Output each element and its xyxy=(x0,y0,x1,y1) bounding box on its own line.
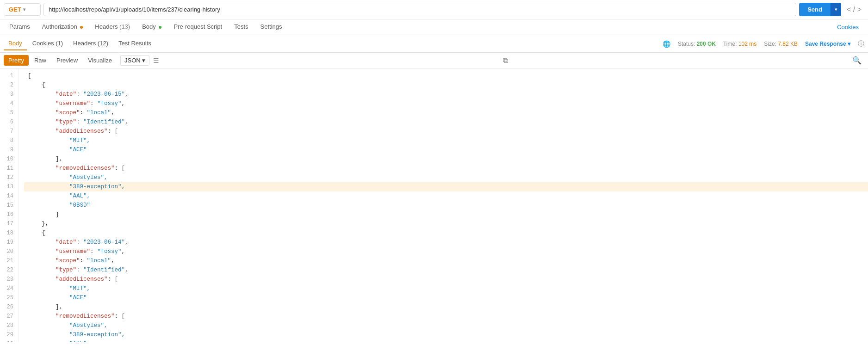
line-num-2: 2 xyxy=(0,80,18,90)
line-num-22: 22 xyxy=(0,265,18,275)
json-line-7: "addedLicenses": [ xyxy=(24,127,868,136)
url-bar: GET ▾ Send ▾ < / > xyxy=(0,0,868,19)
json-line-19: "date": "2023-06-14", xyxy=(24,238,868,247)
line-num-30: 30 xyxy=(0,339,18,342)
line-num-10: 10 xyxy=(0,154,18,164)
json-type-label: JSON xyxy=(124,57,141,64)
line-num-24: 24 xyxy=(0,284,18,293)
method-label: GET xyxy=(9,6,21,13)
response-tabs: Body Cookies (1) Headers (12) Test Resul… xyxy=(4,37,156,50)
tab-tests[interactable]: Tests xyxy=(229,19,254,35)
tab-params[interactable]: Params xyxy=(4,19,36,35)
tab-body[interactable]: Body xyxy=(136,19,167,35)
size-label: Size: 7.82 KB xyxy=(764,41,798,47)
size-value: 7.82 KB xyxy=(778,41,798,47)
json-line-11: "removedLicenses": [ xyxy=(24,164,868,173)
json-line-1: [ xyxy=(24,71,868,80)
line-num-29: 29 xyxy=(0,330,18,339)
resp-tab-body[interactable]: Body xyxy=(4,37,27,50)
tab-authorization[interactable]: Authorization xyxy=(37,19,89,35)
json-line-26: ], xyxy=(24,302,868,312)
resp-tab-headers[interactable]: Headers (12) xyxy=(68,37,113,50)
json-line-25: "ACE" xyxy=(24,293,868,302)
json-line-29: "389-exception", xyxy=(24,330,868,339)
line-num-23: 23 xyxy=(0,275,18,284)
method-select[interactable]: GET ▾ xyxy=(4,3,41,16)
line-num-26: 26 xyxy=(0,302,18,312)
status-code: 200 OK xyxy=(697,41,716,47)
line-num-12: 12 xyxy=(0,173,18,182)
json-line-10: ], xyxy=(24,154,868,164)
json-line-22: "type": "Identified", xyxy=(24,265,868,275)
line-numbers: 1234567891011121314151617181920212223242… xyxy=(0,68,19,342)
line-num-3: 3 xyxy=(0,90,18,99)
tab-headers[interactable]: Headers (13) xyxy=(89,19,136,35)
json-line-23: "addedLicenses": [ xyxy=(24,275,868,284)
json-line-6: "type": "Identified", xyxy=(24,117,868,127)
json-line-12: "Abstyles", xyxy=(24,173,868,182)
resp-tab-cookies[interactable]: Cookies (1) xyxy=(28,37,68,50)
json-line-27: "removedLicenses": [ xyxy=(24,312,868,321)
line-num-7: 7 xyxy=(0,127,18,136)
cookies-link[interactable]: Cookies xyxy=(831,20,864,34)
resp-tab-test-results[interactable]: Test Results xyxy=(114,37,156,50)
fmt-tab-pretty[interactable]: Pretty xyxy=(4,55,29,66)
line-num-4: 4 xyxy=(0,99,18,108)
line-num-25: 25 xyxy=(0,293,18,302)
json-content: [ { "date": "2023-06-15", "username": "f… xyxy=(19,68,868,342)
json-line-14: "AAL", xyxy=(24,191,868,201)
json-line-9: "ACE" xyxy=(24,145,868,154)
send-dropdown-button[interactable]: ▾ xyxy=(831,3,841,16)
tab-settings[interactable]: Settings xyxy=(255,19,288,35)
fmt-tab-preview[interactable]: Preview xyxy=(52,55,82,66)
response-header: Body Cookies (1) Headers (12) Test Resul… xyxy=(0,35,868,53)
info-icon[interactable]: ⓘ xyxy=(858,40,864,48)
globe-icon: 🌐 xyxy=(663,40,670,48)
line-num-8: 8 xyxy=(0,136,18,145)
tab-pre-request-script[interactable]: Pre-request Script xyxy=(168,19,228,35)
line-num-13: 13 xyxy=(0,182,18,191)
line-num-28: 28 xyxy=(0,321,18,330)
json-type-select[interactable]: JSON ▾ xyxy=(120,55,149,66)
method-chevron-icon: ▾ xyxy=(23,7,25,12)
line-num-21: 21 xyxy=(0,256,18,265)
json-line-20: "username": "fossy", xyxy=(24,247,868,256)
line-num-9: 9 xyxy=(0,145,18,154)
status-label: Status: 200 OK xyxy=(678,41,716,47)
json-line-28: "Abstyles", xyxy=(24,321,868,330)
save-response-button[interactable]: Save Response ▾ xyxy=(805,41,850,47)
line-num-17: 17 xyxy=(0,219,18,228)
json-line-8: "MIT", xyxy=(24,136,868,145)
json-line-24: "MIT", xyxy=(24,284,868,293)
json-type-chevron: ▾ xyxy=(142,57,145,64)
code-icon[interactable]: < / > xyxy=(844,4,864,16)
line-num-5: 5 xyxy=(0,108,18,117)
request-tabs: Params Authorization Headers (13) Body P… xyxy=(0,19,868,35)
json-line-13: "389-exception", xyxy=(24,182,868,191)
status-info: 🌐 Status: 200 OK Time: 102 ms Size: 7.82… xyxy=(663,40,864,48)
json-viewer: 1234567891011121314151617181920212223242… xyxy=(0,68,868,342)
filter-icon[interactable]: ☰ xyxy=(150,55,162,66)
send-button[interactable]: Send xyxy=(799,3,831,16)
json-line-18: { xyxy=(24,228,868,238)
authorization-dot xyxy=(80,26,83,29)
line-num-20: 20 xyxy=(0,247,18,256)
copy-icon[interactable]: ⧉ xyxy=(500,55,511,66)
line-num-1: 1 xyxy=(0,71,18,80)
json-line-5: "scope": "local", xyxy=(24,108,868,117)
line-num-16: 16 xyxy=(0,210,18,219)
body-dot xyxy=(159,26,161,29)
send-button-group: Send ▾ xyxy=(799,3,841,16)
time-label: Time: 102 ms xyxy=(723,41,756,47)
search-icon[interactable]: 🔍 xyxy=(849,55,864,66)
json-line-16: ] xyxy=(24,210,868,219)
line-num-27: 27 xyxy=(0,312,18,321)
fmt-tab-visualize[interactable]: Visualize xyxy=(83,55,117,66)
fmt-tab-raw[interactable]: Raw xyxy=(30,55,51,66)
line-num-6: 6 xyxy=(0,117,18,127)
line-num-15: 15 xyxy=(0,201,18,210)
line-num-14: 14 xyxy=(0,191,18,201)
url-input[interactable] xyxy=(43,3,796,16)
json-line-2: { xyxy=(24,80,868,90)
format-bar: Pretty Raw Preview Visualize JSON ▾ ☰ ⧉ … xyxy=(0,53,868,68)
